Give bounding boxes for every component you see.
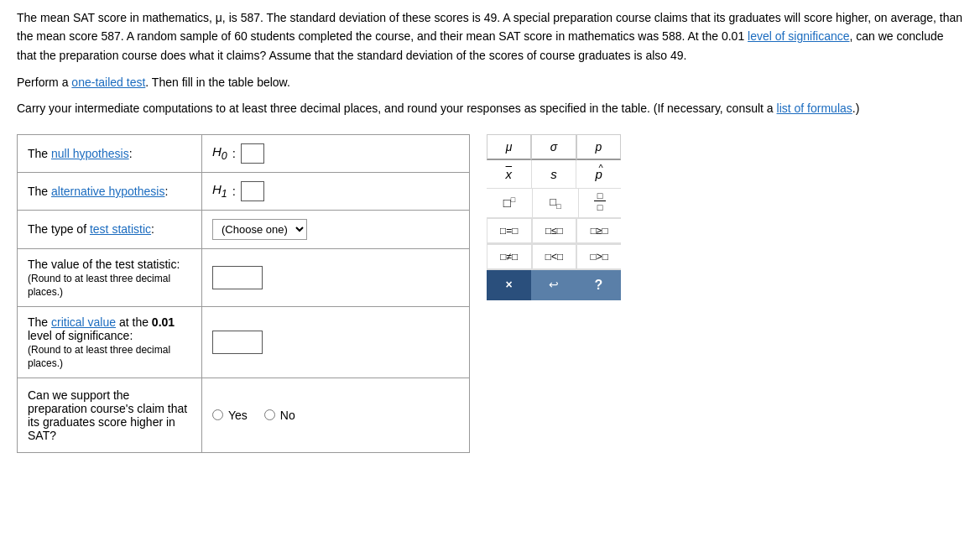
intro-paragraph-1: The mean SAT score in mathematics, μ, is… [17,8,963,65]
undo-button[interactable]: ↩ [531,270,576,300]
symbol-row-eq1: □=□ □≤□ □≥□ [487,218,621,244]
yes-label-text: Yes [228,409,248,422]
yes-no-cell: Yes No [202,378,470,452]
hypothesis-table: The null hypothesis: H0 : The alternativ… [17,134,470,453]
critical-value-link[interactable]: critical value [51,315,116,329]
phat-symbol[interactable]: p^ [576,160,621,188]
symbol-panel-header: μ σ p [487,134,621,160]
instruction-line-2: Carry your intermediate computations to … [17,99,963,117]
yes-no-label: Can we support the preparation course's … [18,378,202,452]
alt-hypothesis-expression: H1 : [212,181,459,201]
h0-symbol: H0 [212,144,227,162]
p-header: p [576,134,621,160]
test-statistic-value-cell [202,248,470,306]
level-of-significance-link[interactable]: level of significance [748,29,849,43]
fraction-symbol[interactable]: □ □ [579,189,621,217]
test-statistic-value-input[interactable] [212,266,263,289]
h0-subscript: 0 [222,150,227,162]
no-radio[interactable] [264,409,275,420]
test-statistic-type-label: The type of test statistic: [18,210,202,248]
main-content: The null hypothesis: H0 : The alternativ… [17,134,963,453]
yes-no-radio-group: Yes No [212,409,459,422]
leq-symbol[interactable]: □≤□ [532,218,577,243]
symbol-panel: μ σ p x s p^ □□ □□ □ □ □=□ □≤□ □≥□ [487,134,621,300]
alt-hypothesis-row: The alternative hypothesis: H1 : [18,172,470,210]
yes-no-row: Can we support the preparation course's … [18,378,470,452]
test-statistic-type-row: The type of test statistic: (Choose one)… [18,210,470,248]
table-section: The null hypothesis: H0 : The alternativ… [17,134,470,453]
s-symbol[interactable]: s [532,160,577,188]
test-statistic-value-row: The value of the test statistic: (Round … [18,248,470,306]
critical-value-label: The critical value at the 0.01 level of … [18,306,202,378]
list-of-formulas-link[interactable]: list of formulas [777,102,852,115]
null-hypothesis-link[interactable]: null hypothesis [51,147,129,160]
yes-radio[interactable] [212,409,223,420]
sigma-header: σ [531,134,576,160]
null-hypothesis-expression: H0 : [212,143,459,164]
symbol-row-1: x s p^ [487,160,621,189]
h1-symbol: H1 [212,182,227,200]
h1-colon: : [232,184,236,198]
instruction-line-1: Perform a one-tailed test. Then fill in … [17,73,963,91]
symbol-row-eq2: □≠□ □<□ □>□ [487,244,621,270]
one-tailed-test-link[interactable]: one-tailed test [71,76,145,89]
square-subscript-symbol[interactable]: □□ [533,189,579,217]
null-hypothesis-label: The null hypothesis: [18,134,202,172]
xbar-symbol[interactable]: x [487,160,532,188]
neq-symbol[interactable]: □≠□ [487,244,532,269]
test-statistic-type-cell: (Choose one) Z t Chi-square F [202,210,470,248]
h1-subscript: 1 [222,188,227,200]
mu-header: μ [487,134,531,160]
critical-value-input[interactable] [212,331,263,354]
no-label-text: No [280,409,295,422]
null-hypothesis-row: The null hypothesis: H0 : [18,134,470,172]
test-statistic-link[interactable]: test statistic [90,222,151,236]
null-hypothesis-input-cell: H0 : [202,134,470,172]
alt-hypothesis-link[interactable]: alternative hypothesis [51,185,164,198]
no-radio-label[interactable]: No [264,409,295,422]
square-superscript-symbol[interactable]: □□ [487,189,533,217]
lt-symbol[interactable]: □<□ [532,244,577,269]
alt-hypothesis-input[interactable] [241,181,264,201]
alt-hypothesis-input-cell: H1 : [202,172,470,210]
gt-symbol[interactable]: □>□ [576,244,621,269]
critical-value-sublabel: (Round to at least three decimal places.… [28,344,170,369]
critical-value-row: The critical value at the 0.01 level of … [18,306,470,378]
help-button[interactable]: ? [576,270,621,300]
yes-radio-label[interactable]: Yes [212,409,248,422]
geq-symbol[interactable]: □≥□ [576,218,621,243]
h0-colon: : [232,146,236,160]
close-button[interactable]: × [487,270,531,300]
symbol-row-squares: □□ □□ □ □ [487,189,621,218]
null-hypothesis-input[interactable] [241,143,264,164]
significance-level-bold: 0.01 [152,315,175,329]
eq-symbol[interactable]: □=□ [487,218,532,243]
test-statistic-value-sublabel: (Round to at least three decimal places.… [28,273,170,298]
critical-value-cell [202,306,470,378]
test-statistic-select[interactable]: (Choose one) Z t Chi-square F [212,219,307,240]
alt-hypothesis-label: The alternative hypothesis: [18,172,202,210]
test-statistic-value-label: The value of the test statistic: (Round … [18,248,202,306]
action-row: × ↩ ? [487,270,621,300]
